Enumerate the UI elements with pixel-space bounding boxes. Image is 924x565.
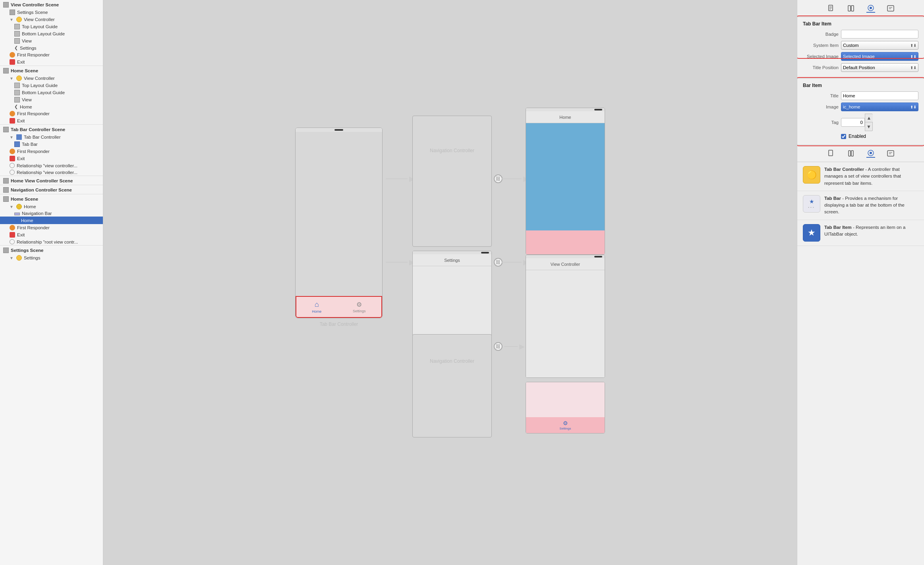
sidebar-item-bottom-layout2[interactable]: Bottom Layout Guide — [0, 89, 103, 96]
tab-bar-controller-icon — [16, 134, 22, 140]
phone-bar — [334, 129, 343, 131]
inspector-identity-icon[interactable] — [886, 4, 895, 13]
inspector-layout-icon[interactable] — [847, 4, 855, 13]
settings-footer-icon: ⚙ Settings — [560, 420, 571, 430]
chain-icon-bottom: ⛓ — [494, 258, 503, 267]
bar-item-title-label: Title — [803, 93, 839, 98]
sidebar-item-settings-nav[interactable]: ❮ Settings — [0, 45, 103, 51]
arrow-line2 — [502, 178, 522, 179]
sidebar-item-home-star[interactable]: ★ Home — [0, 217, 103, 224]
first-responder-icon — [10, 52, 15, 58]
badge-row: Badge — [803, 30, 918, 39]
doc-icon[interactable] — [827, 149, 835, 158]
identity-icon[interactable] — [886, 149, 895, 158]
sidebar-item-relationship1[interactable]: Relationship "view controller... — [0, 162, 103, 169]
tag-increment-button[interactable]: ▲ — [865, 114, 873, 122]
sidebar-item-top-layout1[interactable]: Top Layout Guide — [0, 23, 103, 30]
sidebar-item-vc2[interactable]: ▼ View Controller — [0, 75, 103, 82]
sidebar-item-exit3[interactable]: Exit — [0, 155, 103, 162]
chain-icon-top: ⛓ — [494, 174, 503, 183]
sidebar-item-bottom-layout1[interactable]: Bottom Layout Guide — [0, 30, 103, 37]
enabled-checkbox[interactable] — [841, 134, 846, 139]
inspector-icons-bar — [797, 0, 924, 17]
settings-title-label: Settings — [444, 258, 460, 263]
enabled-label: Enabled — [849, 134, 866, 139]
sidebar-item-tab-bar-controller[interactable]: ▼ Tab Bar Controller — [0, 134, 103, 141]
chain-icon3: ⛓ — [494, 342, 503, 351]
image-row: Image ic_home ⬆⬇ — [803, 103, 918, 111]
image-select[interactable]: ic_home ⬆⬇ — [841, 103, 918, 111]
view-controller-icon — [16, 75, 22, 81]
home-title-label: Home — [559, 115, 571, 120]
title-position-select[interactable]: Default Position ⬆⬇ — [841, 63, 918, 72]
canvas-area: ⌂ Home ⚙ Settings Tab Bar Controller ▶ N… — [287, 104, 613, 461]
badge-input[interactable] — [841, 30, 918, 39]
svg-rect-8 — [887, 6, 894, 11]
bar-item-title-input[interactable] — [841, 91, 918, 100]
scene-icon — [3, 68, 9, 74]
sidebar-item-first-responder3[interactable]: First Responder — [0, 148, 103, 155]
system-item-select[interactable]: Custom ⬆⬇ — [841, 41, 918, 50]
select-arrow-icon: ⬆⬇ — [910, 43, 916, 48]
layout2-icon[interactable] — [847, 149, 855, 158]
view-icon — [14, 97, 20, 103]
sidebar-item-relationship2[interactable]: Relationship "view controller... — [0, 169, 103, 176]
tab-bar-controller-help-icon: 🟡 — [803, 166, 820, 184]
arrow-nav-to-home: ▶ — [502, 175, 529, 182]
vc-status-bar — [526, 255, 605, 258]
sidebar-item-view2[interactable]: View — [0, 96, 103, 103]
bar-item-section: Bar Item Title Image ic_home ⬆⬇ Tag ▲ ▼ — [797, 79, 924, 145]
inspector-attributes-icon[interactable] — [866, 4, 875, 13]
tag-stepper: ▲ ▼ — [841, 114, 873, 131]
vc-title-label: View Controller — [551, 262, 580, 267]
scene-tab-bar-controller-scene: Tab Bar Controller Scene — [0, 124, 103, 134]
tag-input[interactable] — [841, 118, 865, 127]
system-item-label: System Item — [803, 43, 839, 48]
sidebar-item-exit2[interactable]: Exit — [0, 117, 103, 124]
sidebar-item-tab-bar[interactable]: Tab Bar — [0, 141, 103, 148]
inspector-file-icon[interactable] — [827, 4, 835, 13]
sidebar-item-first-responder2[interactable]: First Responder — [0, 110, 103, 117]
sidebar-item-first-responder4[interactable]: First Responder — [0, 224, 103, 231]
arrow-nav2-to-vc: ▶ — [502, 259, 529, 266]
sidebar-item-settings-expand[interactable]: ▼ Settings — [0, 254, 103, 261]
select-arrow2-icon: ⬆⬇ — [910, 66, 916, 70]
tab-home[interactable]: ⌂ Home — [312, 300, 321, 313]
tab-settings[interactable]: ⚙ Settings — [353, 301, 366, 313]
settings-tab-icon: ⚙ — [356, 301, 362, 308]
sidebar-item-home-nav[interactable]: ❮ Home — [0, 103, 103, 110]
tab-bar-item-help-icon: ★ — [803, 224, 820, 242]
enabled-row: Enabled — [803, 134, 918, 139]
sidebar-item-vc1[interactable]: ▼ View Controller — [0, 16, 103, 23]
stepper-buttons: ▲ ▼ — [865, 114, 873, 131]
svg-rect-16 — [887, 151, 894, 156]
tab-bar-help-text: Tab Bar - Provides a mechanism for displ… — [824, 195, 918, 216]
arrow-tbc-to-nav1: ▶ — [386, 175, 415, 182]
scene-navigation-controller-scene: Navigation Controller Scene — [0, 185, 103, 194]
sidebar-item-top-layout2[interactable]: Top Layout Guide — [0, 82, 103, 89]
tag-decrement-button[interactable]: ▼ — [865, 122, 873, 131]
settings-status-bar — [413, 251, 491, 254]
exit-icon — [10, 118, 15, 124]
selected-image-select[interactable]: Selected Image ⬆⬇ — [841, 52, 918, 61]
arrow-head5: ▶ — [519, 343, 525, 350]
sidebar-item-exit4[interactable]: Exit — [0, 231, 103, 238]
sidebar-item-settings-scene[interactable]: Settings Scene — [0, 9, 103, 16]
circle-icon[interactable] — [866, 149, 875, 158]
sidebar-item-relationship3[interactable]: Relationship "root view contr... — [0, 238, 103, 245]
arrow-line4 — [502, 262, 522, 263]
select-arrow-white-icon: ⬆⬇ — [910, 54, 916, 59]
sidebar-item-home-expand[interactable]: ▼ Home — [0, 203, 103, 210]
selected-image-row: Selected Image Selected Image ⬆⬇ — [803, 52, 918, 61]
system-item-row: System Item Custom ⬆⬇ — [803, 41, 918, 50]
sidebar-item-view1[interactable]: View — [0, 37, 103, 45]
scene-home-scene1: Home Scene — [0, 66, 103, 75]
layout-guide-icon — [14, 24, 20, 29]
sidebar-item-navigation-bar[interactable]: Navigation Bar — [0, 210, 103, 217]
image-arrow-icon: ⬆⬇ — [910, 105, 916, 109]
sidebar-item-first-responder1[interactable]: First Responder — [0, 51, 103, 58]
sidebar-item-exit1[interactable]: Exit — [0, 58, 103, 66]
svg-rect-5 — [851, 6, 854, 11]
selected-image-placeholder: Selected Image — [843, 54, 875, 59]
home-blue-content — [526, 123, 605, 230]
